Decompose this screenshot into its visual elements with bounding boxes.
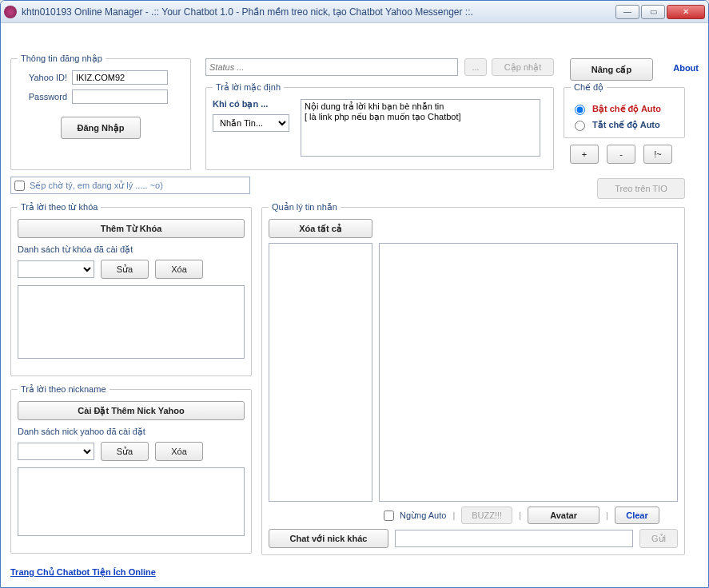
nick-textarea[interactable] bbox=[18, 467, 245, 536]
auto-off-label: Tắt chế độ Auto bbox=[592, 120, 660, 130]
login-button[interactable]: Đăng Nhập bbox=[61, 117, 141, 139]
message-manager-group: Quản lý tin nhắn Xóa tất cả Ngừng Auto |… bbox=[261, 202, 685, 555]
when-label: Khi có bạn ... bbox=[213, 99, 293, 109]
default-reply-legend: Trả lời mặc định bbox=[213, 82, 284, 93]
keyword-dropdown[interactable] bbox=[18, 260, 94, 278]
clear-all-button[interactable]: Xóa tất cả bbox=[269, 219, 372, 238]
wait-checkbox[interactable] bbox=[14, 181, 25, 191]
content-area: Thông tin đăng nhập Yahoo ID! Password Đ… bbox=[1, 23, 708, 587]
keyword-legend: Trả lời theo từ khóa bbox=[18, 202, 101, 213]
wait-text: Sếp chờ tý, em đang xử lý ..... ~o) bbox=[30, 181, 163, 191]
msg-legend: Quản lý tin nhắn bbox=[269, 202, 341, 213]
window-title: khtn010193 Online Manager - .:: Your Cha… bbox=[22, 6, 615, 18]
login-legend: Thông tin đăng nhập bbox=[18, 54, 106, 64]
tio-button[interactable]: Treo trên TIO bbox=[597, 178, 685, 199]
excl-button[interactable]: !~ bbox=[643, 145, 672, 164]
nick-edit-button[interactable]: Sửa bbox=[101, 442, 149, 461]
keyword-delete-button[interactable]: Xóa bbox=[155, 260, 203, 279]
minus-button[interactable]: - bbox=[607, 145, 635, 164]
wait-row: Sếp chờ tý, em đang xử lý ..... ~o) bbox=[10, 177, 250, 194]
add-nick-button[interactable]: Cài Đặt Thêm Nick Yahoo bbox=[18, 401, 245, 420]
send-button[interactable]: Gửi bbox=[639, 529, 678, 548]
stop-auto-label: Ngừng Auto bbox=[400, 511, 446, 521]
avatar-button[interactable]: Avatar bbox=[528, 507, 599, 524]
chat-pane[interactable] bbox=[379, 243, 678, 502]
mode-legend: Chế độ bbox=[571, 82, 607, 93]
auto-on-label: Bật chế độ Auto bbox=[592, 104, 661, 114]
add-keyword-button[interactable]: Thêm Từ Khóa bbox=[18, 219, 245, 238]
keyword-list-label: Danh sách từ khóa đã cài đặt bbox=[18, 244, 245, 255]
status-input[interactable] bbox=[205, 58, 458, 76]
app-window: khtn010193 Online Manager - .:: Your Cha… bbox=[0, 0, 709, 588]
keyword-textarea[interactable] bbox=[18, 285, 245, 359]
app-icon bbox=[4, 6, 17, 18]
message-input[interactable] bbox=[395, 530, 633, 547]
default-reply-textarea[interactable]: Nội dung trả lời khi bạn bè nhắn tin [ l… bbox=[301, 99, 540, 157]
password-input[interactable] bbox=[72, 89, 168, 104]
nick-list-label: Danh sách nick yahoo đã cài đặt bbox=[18, 427, 245, 437]
titlebar[interactable]: khtn010193 Online Manager - .:: Your Cha… bbox=[1, 1, 708, 23]
nickname-legend: Trả lời theo nickname bbox=[18, 384, 110, 395]
nick-dropdown[interactable] bbox=[18, 443, 94, 460]
nick-list-pane[interactable] bbox=[269, 243, 372, 502]
plus-minus-row: + - !~ bbox=[570, 145, 672, 164]
buzz-button[interactable]: BUZZ!!! bbox=[461, 507, 512, 524]
upgrade-button[interactable]: Nâng cấp bbox=[570, 58, 653, 81]
maximize-button[interactable]: ▭ bbox=[641, 5, 665, 19]
when-dropdown[interactable]: Nhắn Tin... bbox=[213, 114, 289, 132]
stop-auto-checkbox[interactable] bbox=[384, 511, 394, 521]
auto-off-radio[interactable] bbox=[575, 121, 585, 131]
yahoo-id-label: Yahoo ID! bbox=[18, 73, 67, 82]
keyword-group: Trả lời theo từ khóa Thêm Từ Khóa Danh s… bbox=[10, 202, 252, 376]
status-browse-button[interactable]: ... bbox=[464, 58, 487, 76]
close-button[interactable]: ✕ bbox=[667, 5, 705, 19]
keyword-edit-button[interactable]: Sửa bbox=[101, 260, 149, 279]
update-button[interactable]: Cập nhật bbox=[492, 58, 554, 76]
about-link[interactable]: About bbox=[673, 63, 699, 73]
default-reply-group: Trả lời mặc định Khi có bạn ... Nhắn Tin… bbox=[205, 82, 554, 170]
mode-group: Chế độ Bật chế độ Auto Tắt chế độ Auto bbox=[564, 82, 685, 138]
nickname-group: Trả lời theo nickname Cài Đặt Thêm Nick … bbox=[10, 384, 252, 554]
chat-other-button[interactable]: Chat với nick khác bbox=[269, 529, 388, 548]
yahoo-id-input[interactable] bbox=[72, 70, 168, 85]
minimize-button[interactable]: — bbox=[615, 5, 639, 19]
password-label: Password bbox=[18, 92, 67, 101]
auto-on-radio[interactable] bbox=[575, 105, 585, 115]
window-buttons: — ▭ ✕ bbox=[615, 5, 705, 19]
footer-link[interactable]: Trang Chủ Chatbot Tiện Ích Online bbox=[10, 567, 156, 578]
nick-delete-button[interactable]: Xóa bbox=[155, 442, 203, 461]
login-group: Thông tin đăng nhập Yahoo ID! Password Đ… bbox=[10, 54, 191, 170]
clear-button[interactable]: Clear bbox=[615, 507, 659, 524]
plus-button[interactable]: + bbox=[570, 145, 599, 164]
